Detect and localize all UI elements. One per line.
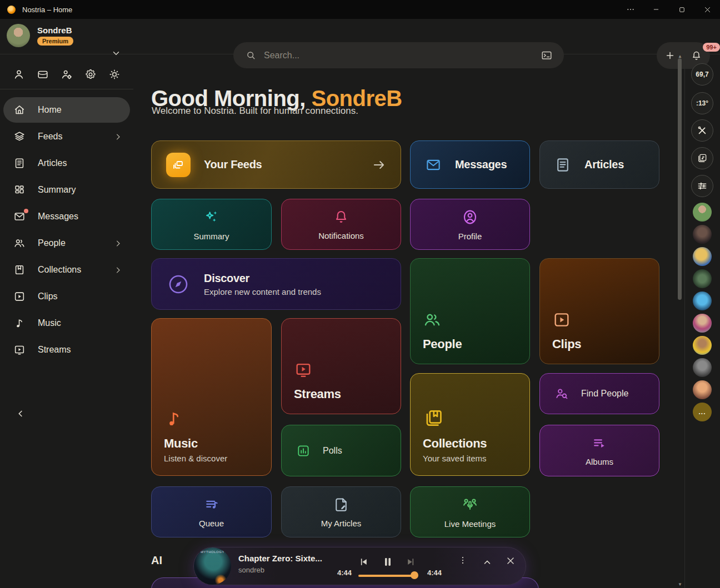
card-collections[interactable]: Collections Your saved items	[410, 373, 530, 476]
titlebar-menu-button[interactable]	[618, 0, 643, 19]
card-articles[interactable]: Articles	[539, 140, 659, 189]
close-icon	[505, 555, 516, 566]
document-icon	[13, 157, 27, 169]
minimize-button[interactable]	[643, 0, 669, 19]
theme-toggle-button[interactable]	[106, 66, 123, 83]
avatar[interactable]	[693, 336, 712, 355]
sidebar-item-music[interactable]: Music	[3, 310, 130, 336]
person-search-icon	[554, 386, 569, 401]
previous-track-button[interactable]	[358, 556, 369, 567]
card-people[interactable]: People	[410, 258, 530, 364]
command-terminal-icon[interactable]	[541, 49, 553, 62]
sidebar-collapse-button[interactable]	[13, 406, 28, 421]
avatar[interactable]	[693, 225, 712, 244]
envelope-icon	[425, 157, 442, 173]
seek-thumb[interactable]	[411, 571, 418, 579]
bell-icon	[333, 209, 349, 225]
sidebar-item-messages[interactable]: Messages	[3, 204, 130, 229]
dashboard-grid-icon	[13, 184, 27, 196]
avatar[interactable]	[693, 314, 712, 333]
right-rail: 69,7 :13° ...	[685, 54, 720, 588]
sidebar-item-articles[interactable]: Articles	[3, 150, 130, 176]
maximize-button[interactable]	[669, 0, 694, 19]
card-live-meetings[interactable]: Live Meetings	[410, 486, 530, 537]
search-bar[interactable]	[233, 42, 564, 68]
sliders-icon	[697, 180, 708, 192]
temperature-badge[interactable]: :13°	[691, 92, 713, 114]
minimize-icon	[652, 6, 660, 13]
card-messages[interactable]: Messages	[410, 140, 530, 189]
card-notifications[interactable]: Notifications	[281, 199, 401, 250]
card-find-people[interactable]: Find People	[539, 373, 659, 414]
card-queue[interactable]: Queue	[151, 486, 272, 537]
tune-filters-button[interactable]	[691, 175, 713, 197]
search-input[interactable]	[263, 50, 541, 61]
document-icon	[554, 157, 571, 173]
manage-accounts-button[interactable]	[58, 66, 75, 83]
sparkles-icon	[203, 208, 221, 226]
bookmark-icon	[13, 264, 27, 276]
account-switcher[interactable]: SondreB Premium	[7, 24, 73, 47]
player-expand-button[interactable]	[482, 557, 492, 567]
price-badge[interactable]: 69,7	[691, 63, 713, 86]
card-streams[interactable]: Streams	[281, 318, 401, 414]
sidebar-item-collections[interactable]: Collections	[3, 257, 130, 283]
card-discover[interactable]: Discover Explore new content and trends	[151, 258, 401, 310]
card-albums[interactable]: Albums	[539, 425, 659, 476]
card-clips[interactable]: Clips	[539, 258, 659, 364]
close-button[interactable]	[694, 0, 720, 19]
plus-icon	[664, 50, 676, 61]
create-new-button[interactable]	[662, 48, 678, 63]
sidebar-item-home[interactable]: Home	[3, 97, 130, 123]
page-subtitle: Welcome to Nostria. Built for human conn…	[152, 105, 358, 117]
close-icon	[703, 6, 712, 14]
avatar[interactable]	[693, 269, 712, 288]
wallet-shortcut-button[interactable]	[34, 66, 51, 83]
avatar[interactable]	[693, 292, 712, 310]
compass-icon	[166, 272, 191, 296]
scroll-down-arrow[interactable]: ▼	[676, 582, 684, 587]
app-logo-icon	[7, 6, 16, 14]
sidebar-item-streams[interactable]: Streams	[3, 337, 130, 363]
album-art[interactable]: MYTHOLOGY	[194, 547, 231, 585]
next-track-button[interactable]	[406, 556, 417, 567]
stream-tv-icon	[294, 360, 313, 379]
sun-icon	[108, 68, 121, 81]
card-your-feeds[interactable]: Your Feeds	[151, 140, 401, 189]
people-icon	[423, 310, 442, 329]
tools-button[interactable]	[691, 119, 713, 142]
seek-slider[interactable]	[358, 571, 417, 579]
sidebar-item-feeds[interactable]: Feeds	[3, 124, 130, 149]
titlebar: Nostria – Home	[0, 0, 720, 19]
media-library-button[interactable]	[691, 147, 713, 169]
player-menu-button[interactable]	[458, 555, 468, 565]
scrollbar-thumb[interactable]	[678, 58, 682, 300]
track-artist[interactable]: sondreb	[238, 566, 338, 574]
user-avatar[interactable]	[7, 24, 30, 47]
card-music[interactable]: Music Listen & discover	[151, 318, 272, 476]
settings-button[interactable]	[82, 66, 99, 83]
card-my-articles[interactable]: My Articles	[281, 486, 401, 537]
player-close-button[interactable]	[505, 555, 516, 566]
dots-vertical-icon	[458, 555, 468, 565]
person-gear-icon	[61, 68, 73, 81]
avatar[interactable]	[693, 203, 712, 222]
person-icon	[13, 68, 25, 81]
maximize-icon	[678, 6, 686, 13]
sidebar-item-clips[interactable]: Clips	[3, 284, 130, 309]
profile-shortcut-button[interactable]	[11, 66, 27, 83]
next-icon	[406, 556, 417, 567]
avatar[interactable]	[693, 380, 712, 399]
avatar[interactable]	[693, 358, 712, 377]
more-avatars-button[interactable]: ...	[693, 403, 712, 421]
pause-button[interactable]	[381, 555, 394, 569]
card-profile[interactable]: Profile	[410, 199, 530, 250]
sidebar-item-people[interactable]: People	[3, 230, 130, 256]
avatar[interactable]	[693, 247, 712, 266]
media-player: MYTHOLOGY Chapter Zero: Sixte... sondreb…	[193, 547, 526, 585]
card-summary[interactable]: Summary	[151, 199, 272, 250]
play-square-icon	[13, 290, 27, 303]
user-name: SondreB	[37, 26, 73, 35]
card-polls[interactable]: Polls	[281, 425, 401, 476]
sidebar-item-summary[interactable]: Summary	[3, 177, 130, 203]
